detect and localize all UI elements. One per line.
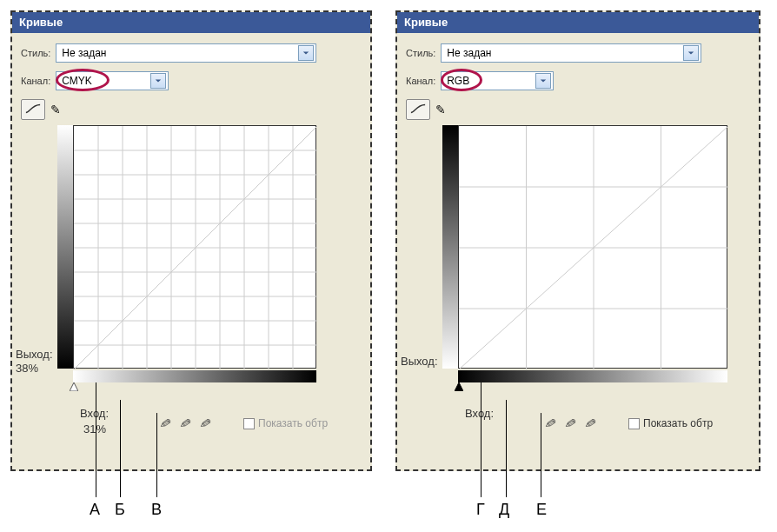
callout-letter: Е — [536, 501, 547, 519]
callout-letter: Д — [499, 501, 509, 519]
curves-dialog-cmyk: Кривые Стиль: Не задан Канал: CMYK — [10, 10, 372, 471]
callout-letter: Б — [115, 501, 125, 519]
style-value: Не задан — [62, 47, 298, 59]
checkbox-icon — [243, 418, 255, 429]
dialog-titlebar[interactable]: Кривые — [397, 12, 759, 33]
pencil-tool-button[interactable]: ✎ — [435, 103, 446, 116]
curve-grid[interactable] — [458, 125, 727, 369]
style-label: Стиль: — [406, 48, 435, 58]
channel-label: Канал: — [21, 76, 50, 86]
shadow-slider[interactable] — [70, 382, 78, 391]
curve-tool-button[interactable] — [21, 99, 45, 120]
eyedropper-group: ✎ ✎ ✎ — [545, 416, 596, 432]
show-clipping-label: Показать обтр — [258, 417, 328, 429]
show-clipping-checkbox: Показать обтр — [243, 417, 328, 429]
channel-value: CMYK — [62, 75, 150, 87]
white-point-eyedropper-icon[interactable]: ✎ — [583, 415, 597, 433]
gray-point-eyedropper-icon[interactable]: ✎ — [178, 415, 192, 433]
y-gradient-bar — [442, 125, 458, 369]
checkbox-icon[interactable] — [628, 418, 640, 429]
black-point-eyedropper-icon[interactable]: ✎ — [158, 415, 172, 433]
curve-icon — [410, 103, 426, 116]
gray-point-eyedropper-icon[interactable]: ✎ — [563, 415, 577, 433]
chevron-down-icon[interactable] — [535, 73, 551, 89]
channel-dropdown[interactable]: RGB — [441, 71, 554, 90]
style-dropdown[interactable]: Не задан — [441, 43, 701, 63]
chevron-down-icon[interactable] — [298, 45, 314, 61]
style-value: Не задан — [447, 47, 683, 59]
dialog-titlebar[interactable]: Кривые — [12, 12, 370, 33]
style-label: Стиль: — [21, 48, 50, 58]
input-label: Вход: — [465, 407, 494, 420]
white-point-eyedropper-icon[interactable]: ✎ — [198, 415, 212, 433]
pencil-tool-button[interactable]: ✎ — [50, 103, 61, 116]
output-label: Выход: — [16, 348, 53, 361]
callout-letter: В — [151, 501, 162, 519]
x-gradient-bar — [458, 370, 727, 382]
channel-value: RGB — [447, 75, 535, 87]
black-point-eyedropper-icon[interactable]: ✎ — [543, 415, 557, 433]
shadow-slider[interactable] — [455, 382, 463, 391]
curves-dialog-rgb: Кривые Стиль: Не задан Канал: RGB — [395, 10, 760, 471]
channel-label: Канал: — [406, 76, 435, 86]
chevron-down-icon[interactable] — [150, 73, 166, 89]
callout-letter: А — [90, 501, 100, 519]
eyedropper-group: ✎ ✎ ✎ — [160, 416, 211, 432]
output-label: Выход: — [401, 355, 438, 368]
x-gradient-bar — [73, 370, 316, 382]
show-clipping-checkbox[interactable]: Показать обтр — [628, 417, 713, 429]
callout-letter: Г — [476, 501, 485, 519]
output-value: 38% — [16, 362, 38, 375]
curve-tool-button[interactable] — [406, 99, 430, 120]
y-gradient-bar — [57, 125, 73, 369]
input-label: Вход: — [80, 407, 109, 420]
style-dropdown[interactable]: Не задан — [56, 43, 316, 63]
chevron-down-icon[interactable] — [683, 45, 699, 61]
show-clipping-label: Показать обтр — [643, 417, 713, 429]
curve-grid[interactable] — [73, 125, 316, 369]
channel-dropdown[interactable]: CMYK — [56, 71, 169, 90]
curve-icon — [25, 103, 41, 116]
